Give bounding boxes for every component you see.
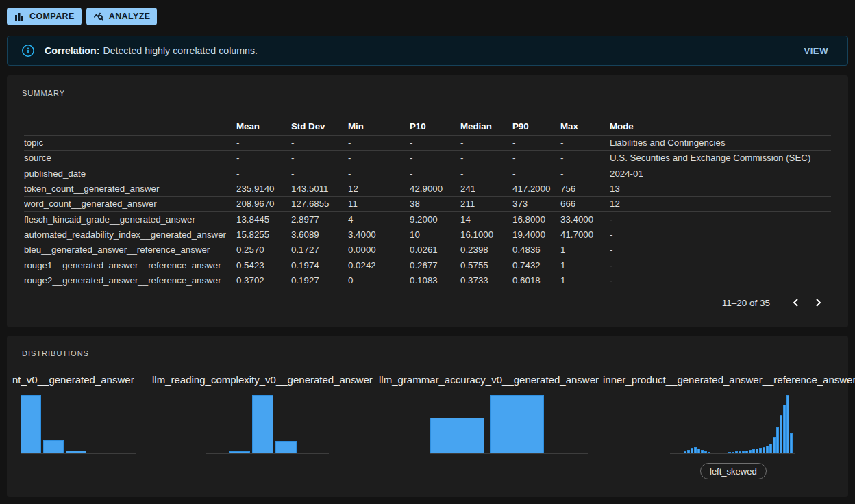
- table-cell-mode: Liabilities and Contingencies: [610, 138, 831, 148]
- table-row: rouge1__generated_answer__reference_answ…: [24, 257, 831, 273]
- histogram-bar: [769, 444, 772, 453]
- histogram-bar: [732, 452, 734, 453]
- table-cell-p10: -: [410, 153, 460, 163]
- histogram-bar: [206, 453, 227, 453]
- table-cell-min: -: [348, 153, 410, 163]
- table-cell-name: word_count__generated_answer: [24, 199, 236, 209]
- table-cell-max: 41.7000: [560, 229, 610, 240]
- table-cell-mean: 0.2570: [236, 244, 291, 255]
- table-cell-mean: -: [236, 168, 291, 179]
- alert-title: Correlation:: [45, 45, 99, 56]
- table-cell-min: -: [348, 138, 410, 148]
- compare-button[interactable]: COMPARE: [7, 8, 82, 25]
- histogram-bar: [694, 447, 697, 453]
- table-cell-mode: -: [610, 260, 831, 270]
- table-cell-p90: 19.4000: [512, 229, 560, 240]
- histogram-bar: [684, 451, 686, 453]
- alert-message: Correlation:Detected highly correlated c…: [45, 45, 258, 56]
- table-cell-min: 12: [348, 184, 410, 194]
- table-cell-p10: 9.2000: [410, 214, 460, 225]
- skew-badge: left_skewed: [700, 463, 767, 479]
- table-cell-name: published_date: [24, 168, 236, 179]
- histogram-bar: [680, 453, 683, 453]
- next-page-button[interactable]: [807, 292, 829, 314]
- histogram-bar: [725, 453, 728, 453]
- table-cell-name: token_count__generated_answer: [24, 184, 236, 194]
- histogram-bar: [704, 451, 707, 453]
- histogram-bar: [708, 452, 710, 453]
- histogram-bar: [783, 405, 786, 453]
- correlation-alert: Correlation:Detected highly correlated c…: [7, 36, 848, 66]
- histogram: [206, 394, 329, 454]
- summary-column-header: Max: [560, 121, 610, 131]
- table-cell-mean: -: [236, 138, 291, 148]
- chart-title: llm_grammar_accuracy_v0__generated_answe…: [379, 374, 599, 386]
- histogram-bar: [697, 449, 700, 453]
- distributions-panel: DISTRIBUTIONS nt_v0__generated_answer ll…: [7, 336, 848, 497]
- table-cell-std_dev: 0.1727: [291, 244, 348, 255]
- table-cell-p10: -: [410, 168, 460, 179]
- summary-column-header: Mode: [610, 121, 831, 131]
- table-cell-p90: 0.4836: [512, 244, 560, 255]
- histogram-bar: [739, 451, 741, 453]
- table-cell-min: -: [348, 168, 410, 179]
- table-cell-median: 16.1000: [460, 229, 512, 240]
- table-cell-mode: -: [610, 229, 831, 240]
- table-cell-min: 4: [348, 214, 410, 225]
- table-cell-mode: -: [610, 275, 831, 286]
- pagination: 11–20 of 35: [722, 292, 829, 314]
- histogram-bar: [780, 415, 782, 453]
- table-cell-mode: 2024-01: [610, 168, 831, 179]
- analyze-button-label: ANALYZE: [109, 12, 151, 21]
- histogram-bar: [252, 395, 273, 453]
- table-cell-p90: 0.6018: [512, 275, 560, 286]
- histogram-bar: [763, 447, 765, 453]
- distributions-section-label: DISTRIBUTIONS: [22, 349, 89, 357]
- histogram-bar: [299, 453, 320, 453]
- table-cell-mode: 12: [610, 199, 831, 209]
- histogram-bar: [229, 451, 250, 453]
- table-cell-max: 1: [560, 275, 610, 286]
- histogram-bar: [759, 448, 762, 453]
- histogram-bar: [790, 433, 793, 453]
- chevron-left-icon: [789, 296, 803, 310]
- histogram-bar: [430, 418, 484, 453]
- histogram: [21, 394, 136, 454]
- table-cell-name: rouge2__generated_answer__reference_answ…: [24, 275, 236, 286]
- histogram-bar: [43, 440, 64, 453]
- histogram-bar: [701, 450, 704, 453]
- summary-column-header: P90: [512, 121, 560, 131]
- table-row: token_count__generated_answer235.9140143…: [24, 181, 831, 197]
- table-cell-median: 0.5755: [460, 260, 512, 270]
- table-cell-p10: 0.1083: [410, 275, 460, 286]
- histogram-bar: [490, 395, 544, 453]
- table-cell-name: topic: [24, 138, 236, 148]
- summary-table-body: topic-------Liabilities and Contingencie…: [24, 136, 831, 288]
- histogram-bar: [687, 450, 690, 453]
- pagination-range-label: 11–20 of 35: [722, 298, 770, 308]
- histogram-bar: [742, 451, 745, 453]
- table-cell-std_dev: -: [291, 138, 348, 148]
- table-cell-std_dev: 127.6855: [291, 199, 348, 209]
- summary-column-header: Min: [348, 121, 410, 131]
- compare-button-label: COMPARE: [29, 12, 75, 21]
- histogram-bar: [670, 453, 673, 453]
- view-button[interactable]: VIEW: [798, 42, 834, 60]
- table-cell-min: 0: [348, 275, 410, 286]
- table-row: topic-------Liabilities and Contingencie…: [24, 136, 831, 151]
- table-cell-p10: 42.9000: [410, 184, 460, 194]
- table-cell-p90: 373: [512, 199, 560, 209]
- histogram-bar: [66, 451, 86, 453]
- table-cell-min: 0.0242: [348, 260, 410, 270]
- histogram-bar: [766, 446, 769, 453]
- table-cell-mean: -: [236, 153, 291, 163]
- table-row: published_date-------2024-01: [24, 166, 831, 181]
- histogram-bar: [752, 449, 755, 453]
- table-cell-max: -: [560, 138, 610, 148]
- table-cell-mean: 208.9670: [236, 199, 291, 209]
- prev-page-button[interactable]: [785, 292, 807, 314]
- analyze-button[interactable]: ANALYZE: [86, 8, 158, 25]
- table-cell-max: 756: [560, 184, 610, 194]
- histogram-bar: [691, 448, 693, 453]
- query-stats-icon: [93, 11, 104, 22]
